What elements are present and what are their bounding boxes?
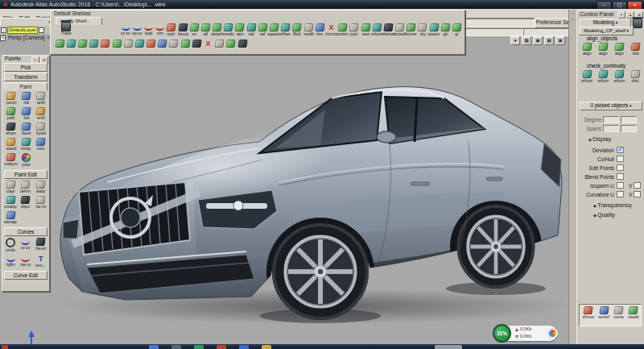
palette-tool[interactable]: nw im [33, 196, 48, 210]
shelf-tool[interactable]: revolv [223, 23, 234, 37]
taskbar-icon[interactable] [435, 345, 462, 349]
palette-tool[interactable]: ink [19, 92, 33, 106]
curvature-v-checkbox[interactable] [634, 191, 641, 197]
shelf-tool[interactable]: trmcvt [325, 23, 336, 37]
shelf-tool[interactable]: horver [406, 23, 417, 37]
cp-shelf-tool[interactable]: csedit [627, 306, 640, 324]
layer-visibility-checkbox[interactable] [39, 27, 44, 33]
palette-tool[interactable]: nw cs [19, 255, 34, 268]
shelf-tool[interactable]: dry [417, 23, 428, 37]
tab-paint[interactable]: Paint [4, 82, 47, 90]
palette-tool[interactable]: pslft [3, 107, 19, 121]
shelf-tool[interactable]: dupl [142, 23, 154, 37]
edit-points-checkbox[interactable] [617, 164, 624, 171]
palette-tool[interactable]: asmap [3, 211, 19, 225]
shelf-tool[interactable]: modft [303, 23, 314, 37]
tab-paint-edit[interactable]: Paint Edit [4, 170, 47, 179]
windows-taskbar[interactable] [0, 344, 644, 349]
taskbar-icon[interactable] [2, 345, 8, 349]
toolbar-field[interactable] [465, 28, 523, 36]
tab-curve-edit[interactable]: Curve Edit [4, 271, 47, 280]
curvature-u-checkbox[interactable] [617, 191, 624, 197]
shelf-tool[interactable]: muted [394, 23, 406, 37]
palette-tool[interactable]: arsft [34, 92, 48, 106]
taskbar-icon[interactable] [217, 345, 226, 349]
shelf-tool[interactable] [191, 39, 202, 48]
shelf-tool[interactable] [54, 39, 65, 48]
degree-field-u[interactable] [603, 116, 619, 123]
cp-trash-icon[interactable] [633, 19, 642, 28]
shelf-tool[interactable]: rail [246, 23, 257, 37]
palette-tool[interactable]: ersft [34, 107, 48, 121]
shelf-tool[interactable]: stch [166, 23, 177, 37]
shelf-tool[interactable]: prjct [349, 23, 360, 37]
palette-tool[interactable]: txtm [34, 138, 48, 152]
toolbar-field[interactable] [523, 28, 575, 36]
cp-tool[interactable]: align [580, 43, 594, 56]
palette-tool[interactable]: bysol [34, 123, 48, 136]
shelf-options-field[interactable] [465, 19, 535, 27]
palette-tool[interactable]: wand [3, 138, 19, 152]
cp-tool[interactable]: srfcon [613, 70, 626, 84]
cp-tool[interactable]: align [597, 43, 610, 56]
palette-tool[interactable]: fqlbv [3, 255, 19, 268]
picked-objects-dropdown[interactable]: 0 picked objects ▾ [580, 102, 642, 110]
palette-tool[interactable]: imstp [19, 138, 33, 152]
shelf-tool[interactable]: ep cv [131, 23, 142, 37]
isoparm-u-checkbox[interactable] [617, 182, 624, 189]
shelf-tool[interactable]: offset [280, 23, 291, 37]
shelf-tool[interactable]: skin [234, 23, 246, 37]
network-monitor-overlay[interactable]: 31% 0.0Kb 0.0Kb [493, 324, 560, 343]
shelf-tool[interactable]: sect [360, 23, 371, 37]
palette-tool[interactable]: defrm [19, 181, 34, 194]
layer-collapse-icon[interactable]: ‹ [1, 27, 6, 33]
default-shelves-window[interactable]: Default Shelves My Shelf... Trash cv cv … [50, 10, 465, 55]
toolbar-button[interactable]: ▣ [555, 36, 565, 45]
palette-window[interactable]: Palette ▪ ▾ Pick Transform Paint pencl i… [2, 55, 50, 292]
shelf-tool[interactable] [157, 39, 168, 48]
shelf-tool[interactable] [111, 39, 122, 48]
spans-field-u[interactable] [603, 125, 619, 132]
toolbar-button[interactable]: ▦ [544, 36, 554, 45]
cp-shelf-tool[interactable]: scnsrf [597, 306, 610, 324]
palette-tool[interactable]: text... [33, 255, 48, 268]
shelf-tool[interactable] [168, 39, 180, 48]
shelf-tool[interactable] [202, 39, 213, 48]
shelf-tool[interactable] [65, 39, 76, 48]
cvhull-checkbox[interactable] [617, 156, 624, 162]
shelf-tool[interactable]: ffbld [291, 23, 303, 37]
panel-dock-icon[interactable]: ▪ [617, 11, 625, 19]
shelf-tool[interactable] [225, 39, 237, 48]
quality-section-header[interactable]: Quality [593, 212, 615, 218]
spans-field-v[interactable] [621, 125, 637, 132]
display-section-header[interactable]: Display [588, 136, 611, 142]
degree-field-v[interactable] [621, 116, 637, 123]
transparency-section-header[interactable]: Transparency [593, 202, 632, 208]
shelf-tool[interactable]: srfcon [371, 23, 382, 37]
taskbar-icon[interactable] [171, 345, 181, 349]
palette-tool[interactable]: clayr [3, 181, 19, 194]
toolbar-button[interactable]: ● [510, 36, 520, 45]
shelf-tool[interactable] [100, 39, 111, 48]
panel-divider[interactable]: › › [568, 10, 576, 344]
taskbar-icon[interactable] [262, 345, 271, 349]
shelf-tool[interactable] [146, 39, 157, 48]
deviation-checkbox[interactable] [617, 147, 624, 153]
palette-tool[interactable]: color [19, 153, 33, 168]
tab-transform[interactable]: Transform [4, 73, 47, 81]
shelf-tool[interactable]: untrim [337, 23, 349, 37]
shelf-tool[interactable] [76, 39, 88, 48]
taskbar-icon[interactable] [194, 345, 204, 349]
shelf-tool[interactable] [122, 39, 134, 48]
active-layer-chip[interactable]: DefaultLayer [7, 27, 38, 34]
align-objects-tab[interactable]: align_objects [584, 35, 621, 42]
toolbar-button[interactable]: ▦ [522, 36, 531, 45]
shelf-trash[interactable]: Trash [56, 22, 76, 36]
control-panel[interactable]: Control Panel ▪ ▴ ● Modeling ▾ Modeling_… [576, 10, 644, 346]
shelf-tool[interactable]: shdnon [382, 23, 394, 37]
shelf-tool[interactable]: gb [440, 23, 451, 37]
shelf-tool[interactable]: blend [177, 23, 188, 37]
palette-tool[interactable]: shpn [19, 196, 34, 210]
toolbar-button[interactable]: ▣ [533, 36, 543, 45]
expand-right-icon[interactable]: › [569, 10, 576, 16]
